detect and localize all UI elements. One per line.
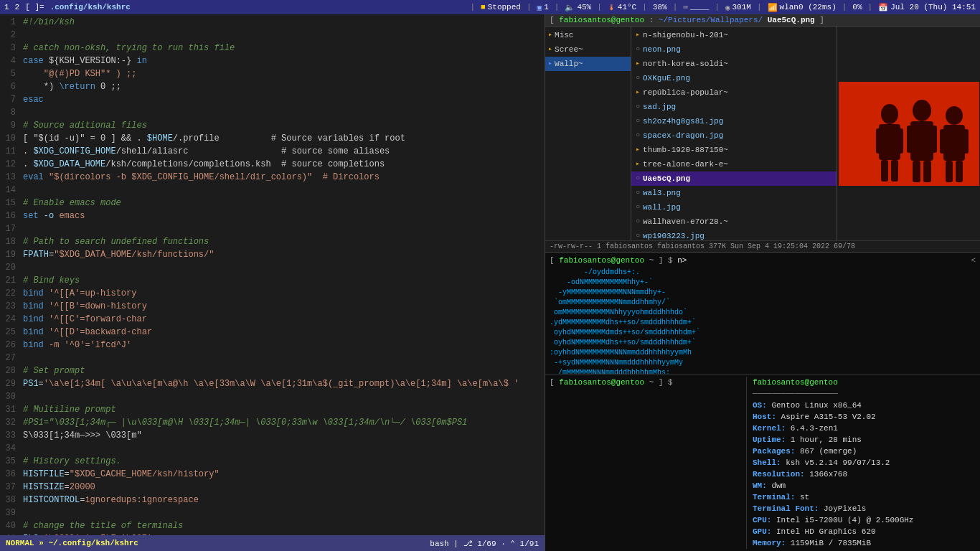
- code-line-10: [ "$(id -u)" = 0 ] && . $HOME/.profile #…: [23, 132, 542, 145]
- code-line-6: *) \return 0 ;;: [23, 80, 542, 93]
- main-layout: 1234567891011121314151617181920212223242…: [0, 14, 980, 551]
- file-icon: ○: [636, 187, 640, 199]
- neofetch-container: -/oyddmdhs+:. -odNMMMMMMMMMMhhy+-` -yMMM…: [550, 268, 976, 375]
- code-line-23: bind '^[[B'=down-history: [23, 300, 542, 313]
- file-item[interactable]: ○wall.jpg: [631, 200, 837, 215]
- sysinfo-cpu: CPU: Intel i5-7200U (4) @ 2.500GHz: [753, 514, 976, 526]
- file-icon: ○: [636, 201, 640, 214]
- file-name: spacex-dragon.jpg: [643, 129, 723, 142]
- kbd-status: ⌨ ____: [683, 3, 709, 12]
- code-line-25: bind '^[[D'=backward-char: [23, 326, 542, 339]
- status-bar: 1 2 [ ]= .config/ksh/kshrc | ■ Stopped |…: [0, 0, 980, 14]
- file-info-text: -rw-rw-r-- 1 fabiosantos fabiosantos 377…: [550, 242, 855, 250]
- file-icon: ▸: [636, 29, 640, 42]
- file-name: north-korea-soldi~: [643, 57, 728, 70]
- tree-item-misc[interactable]: ▸ Misc: [545, 28, 631, 42]
- file-icon: ○: [636, 172, 640, 185]
- file-item[interactable]: ○Uae5cQ.png: [631, 171, 837, 186]
- file-item[interactable]: ▸tree-alone-dark-e~: [631, 157, 837, 171]
- file-name: thumb-1920-887150~: [643, 143, 728, 156]
- sysinfo-packages: Packages: 867 (emerge): [753, 446, 976, 457]
- sysinfo-gpu: GPU: Intel HD Graphics 620: [753, 526, 976, 537]
- editor-status-bar: NORMAL » ~/.config/ksh/kshrc bash | ⎇ 1/…: [0, 535, 545, 551]
- svg-rect-5: [891, 160, 898, 182]
- tree-item-wallp[interactable]: ▸ Wallp~: [545, 57, 631, 71]
- sysinfo-os: OS: Gentoo Linux x86_64: [753, 400, 976, 411]
- sysinfo-separator: ──────────────────: [753, 388, 976, 400]
- terminal-arrow: <: [971, 255, 976, 266]
- tree-item-scree[interactable]: ▸ Scree~: [545, 42, 631, 57]
- file-name: tree-alone-dark-e~: [643, 158, 728, 171]
- file-item[interactable]: ▸north-korea-soldi~: [631, 57, 837, 71]
- file-item[interactable]: ○wallhaven-e7or28.~: [631, 215, 837, 229]
- folder-icon: ▸: [548, 29, 552, 42]
- tab-2[interactable]: 2: [15, 3, 20, 11]
- terminals: < [ fabiosantos@gentoo ~ ] $ n> -/oyddmd…: [545, 253, 980, 551]
- file-item[interactable]: ○OXKguE.png: [631, 71, 837, 85]
- tab-1[interactable]: 1: [4, 3, 9, 11]
- svg-rect-3: [896, 128, 903, 154]
- file-icon: ▸: [636, 158, 640, 171]
- sysinfo-terminal: Terminal: st: [753, 491, 976, 503]
- file-item[interactable]: ○neon.png: [631, 42, 837, 57]
- code-line-34: [23, 442, 542, 455]
- battery-status: 38%: [653, 3, 667, 11]
- code-line-11: . $XDG_CONFIG_HOME/shell/aliasrc # sourc…: [23, 145, 542, 158]
- terminal-bottom[interactable]: [ fabiosantos@gentoo ~ ] $ fabiosantos@g…: [545, 375, 980, 551]
- code-line-17: [23, 222, 542, 235]
- folder-icon: ▸: [548, 43, 552, 56]
- code-line-30: [23, 390, 542, 403]
- editor-pos: bash | ⎇ 1/69 · ⌃ 1/91: [430, 539, 539, 548]
- code-line-38: HISTCONTROL=ignoredups:ignorespace: [23, 494, 542, 507]
- file-item[interactable]: ▸n-shigenobu-h-201~: [631, 28, 837, 42]
- code-line-29: PS1='\a\e[1;34m[ \a\u\a\e[m\a@\h \a\e[33…: [23, 377, 542, 390]
- terminal-top[interactable]: < [ fabiosantos@gentoo ~ ] $ n> -/oyddmd…: [545, 253, 980, 375]
- sysinfo-uptime: Uptime: 1 hour, 28 mins: [753, 434, 976, 446]
- right-pane: [ fabiosantos@gentoo : ~/Pictures/Wallpa…: [545, 14, 980, 551]
- editor-content[interactable]: 1234567891011121314151617181920212223242…: [0, 14, 545, 535]
- code-line-37: HISTSIZE=20000: [23, 481, 542, 494]
- folder-icon: ▸: [548, 57, 552, 70]
- file-icon: ○: [636, 43, 640, 56]
- svg-rect-15: [961, 129, 969, 154]
- sysinfo-host: Host: Aspire A315-53 V2.02: [753, 411, 976, 423]
- sysinfo-memory: Memory: 1159MiB / 7835MiB: [753, 537, 976, 549]
- svg-point-0: [881, 104, 898, 124]
- file-item[interactable]: ▸thumb-1920-887150~: [631, 143, 837, 157]
- code-line-40: # change the title of terminals: [23, 519, 542, 532]
- file-name: n-shigenobu-h-201~: [643, 29, 728, 42]
- code-line-7: esac: [23, 93, 542, 106]
- file-name: Uae5cQ.png: [643, 172, 690, 185]
- code-line-21: # Bind keys: [23, 274, 542, 287]
- tab-1-label: 1: [4, 3, 9, 11]
- terminal-prompt-line: [ fabiosantos@gentoo ~ ] $ n>: [550, 255, 976, 266]
- file-manager-header: [ fabiosantos@gentoo : ~/Pictures/Wallpa…: [545, 14, 980, 27]
- preview-image: [839, 82, 979, 186]
- file-item[interactable]: ▸república-popular~: [631, 85, 837, 100]
- code-line-1: #!/bin/ksh: [23, 16, 542, 29]
- terminal-right: fabiosantos@gentoo ────────────────── OS…: [746, 377, 976, 549]
- code-line-4: case ${KSH_VERSION:-} in: [23, 55, 542, 67]
- sysinfo-terminal-font: Terminal Font: JoyPixels: [753, 503, 976, 514]
- editor-pane: 1234567891011121314151617181920212223242…: [0, 14, 545, 551]
- code-lines[interactable]: #!/bin/ksh # catch non-oksh, trying to r…: [20, 14, 545, 535]
- code-line-12: . $XDG_DATA_HOME/ksh/completions/complet…: [23, 158, 542, 171]
- file-name: OXKguE.png: [643, 72, 690, 85]
- code-line-19: FPATH="$XDG_DATA_HOME/ksh/functions/": [23, 248, 542, 261]
- terminal2-prompt: [ fabiosantos@gentoo ~ ] $: [550, 377, 740, 388]
- file-item[interactable]: ○wp1903223.jpg: [631, 229, 837, 240]
- neofetch-ascii-art: -/oyddmdhs+:. -odNMMMMMMMMMMhhy+-` -yMMM…: [550, 268, 700, 375]
- mem-status: ◉ 301M: [725, 3, 751, 12]
- window-indicator: ▣ 1: [537, 3, 549, 12]
- file-item[interactable]: ○spacex-dragon.jpg: [631, 128, 837, 143]
- file-item[interactable]: ○wal3.png: [631, 186, 837, 200]
- code-line-26: bind -m '^0'='lfcd^J': [23, 339, 542, 352]
- file-item[interactable]: ○sad.jpg: [631, 100, 837, 114]
- file-name: sh2oz4hg8gs81.jpg: [643, 115, 723, 128]
- code-line-32: #PS1="\033[1;34m┌─ |\u\033[m@\H \033[1;3…: [23, 416, 542, 429]
- code-line-3: # catch non-oksh, trying to run this fil…: [23, 42, 542, 55]
- file-item[interactable]: ○sh2oz4hg8gs81.jpg: [631, 114, 837, 128]
- tree-item-scree-label: Scree~: [555, 43, 583, 56]
- tab-2-label: 2: [15, 3, 20, 11]
- file-name: wp1903223.jpg: [643, 230, 705, 240]
